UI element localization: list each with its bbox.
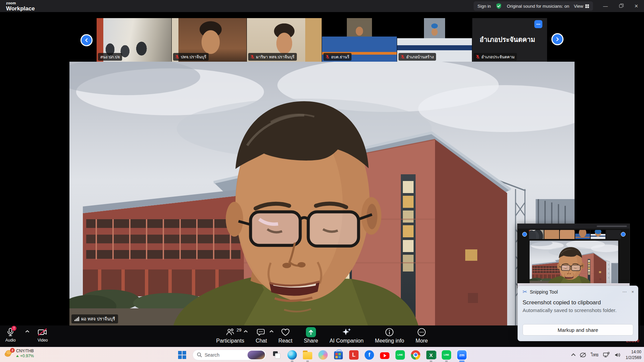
participant-tile-6[interactable]: อำเภอประจันตคาม ⋯ อำเภอประจันตคาม [472, 18, 547, 62]
file-explorer-icon[interactable] [303, 350, 313, 360]
popup-subtitle: Automatically saved to screenshots folde… [523, 307, 616, 313]
minimize-button[interactable]: — [598, 0, 613, 12]
line-app-icon-2[interactable]: LINE [441, 350, 451, 360]
popup-more-button[interactable]: ⋯ [622, 289, 627, 294]
more-button[interactable]: More [416, 327, 428, 344]
main-speaker-video[interactable]: ผอ ทสจ ปราจีนบุรี [69, 62, 575, 325]
popup-app-name: Snipping Tool [530, 289, 620, 295]
language-indicator[interactable]: ไทย [591, 351, 599, 358]
participant-tile-1[interactable]: สนง ปภ.ปจ [97, 18, 171, 62]
restore-button[interactable] [613, 0, 629, 12]
original-sound-indicator[interactable]: Original sound for musicians: on [507, 4, 569, 9]
zoom-app-icon[interactable]: zm [457, 350, 467, 360]
participant-tile-5[interactable]: อำเภอบ้านสร้าง [397, 18, 472, 62]
mini-tile [560, 230, 575, 239]
participant-tile-2[interactable]: ปทจ.ปราจีนบุรี [172, 18, 247, 62]
participant-name-tag: อำเภอบ้านสร้าง [398, 53, 436, 61]
participant-name-tag: ปทจ.ปราจีนบุรี [173, 53, 209, 61]
search-placeholder: Search [205, 352, 245, 358]
filmstrip-prev-button[interactable] [80, 34, 93, 46]
facebook-icon[interactable]: f [364, 350, 374, 360]
mini-prev-arrow-icon [522, 232, 527, 237]
mini-tile [591, 230, 605, 239]
filmstrip-next-button[interactable] [551, 33, 564, 45]
brand-zoom: zoom [6, 1, 35, 5]
mini-tile [529, 230, 544, 239]
participants-caret[interactable] [244, 330, 248, 333]
search-box[interactable]: Search [193, 350, 266, 360]
taskbar-app-icons: Search L f LINE X LINE zm [0, 347, 644, 362]
muted-mic-icon [251, 55, 254, 59]
speaker-video-scene [69, 62, 575, 325]
network-icon[interactable] [603, 352, 610, 358]
view-button[interactable]: View [574, 4, 589, 9]
participant-name-tag: มาริษา ทสจ.ปราจีนบุรี [248, 53, 297, 61]
title-bar: zoom Workplace Sign in Original sound fo… [0, 0, 644, 12]
audio-level-icon [74, 317, 79, 321]
zoom-workplace-window: zoom Workplace Sign in Original sound fo… [0, 0, 644, 362]
tray-crossed-circle-icon[interactable] [580, 352, 586, 358]
screenshot-preview-window[interactable] [517, 224, 630, 288]
mini-title-bar [518, 224, 630, 229]
taskbar-date: 1/2/2569 [626, 355, 641, 361]
participant-name: ปทจ.ปราจีนบุรี [181, 54, 206, 60]
mini-tile [606, 230, 621, 239]
l-app-icon[interactable]: L [349, 350, 359, 360]
chat-button[interactable]: Chat [256, 327, 267, 344]
react-button[interactable]: React [278, 327, 292, 344]
meeting-info-button[interactable]: Meeting info [375, 327, 404, 344]
no-video-display-name: อำเภอประจันตคาม [472, 34, 542, 45]
popup-close-button[interactable]: × [631, 289, 634, 294]
participant-name-tag: สนง ปภ.ปจ [98, 53, 122, 61]
participants-button[interactable]: 29 Participants [216, 327, 245, 344]
participant-tile-4[interactable]: อบต.ย่านรี [322, 18, 397, 62]
youtube-icon[interactable] [380, 350, 390, 360]
markup-and-share-button[interactable]: Markup and share [523, 324, 633, 336]
window-controls: — × [598, 0, 644, 12]
snipping-tool-notification: ✂ Snipping Tool ⋯ × Screenshot copied to… [518, 286, 638, 341]
brand-workplace: Workplace [6, 6, 35, 11]
system-tray: ไทย 14:00 1/2/2569 [572, 347, 641, 362]
participant-name: มาริษา ทสจ.ปราจีนบุรี [256, 54, 294, 60]
microsoft-store-icon[interactable] [333, 350, 343, 360]
windows-taskbar: 2 CNY/THB +0.97% Search L f L [0, 347, 644, 362]
tile-options-button[interactable]: ⋯ [534, 20, 542, 28]
participant-tile-3[interactable]: มาริษา ทสจ.ปราจีนบุรี [247, 18, 322, 62]
mini-next-arrow-icon [621, 232, 626, 237]
start-button[interactable] [177, 350, 187, 360]
search-icon [197, 352, 202, 357]
active-speaker-name: ผอ ทสจ ปราจีนบุรี [81, 315, 115, 322]
line-app-icon[interactable]: LINE [395, 350, 405, 360]
restore-icon [619, 4, 623, 8]
taskbar-clock[interactable]: 14:00 1/2/2569 [626, 349, 641, 361]
participant-filmstrip: สนง ปภ.ปจ ปทจ.ปราจีนบุรี ม [97, 18, 547, 62]
titlebar-status-group: Sign in Original sound for musicians: on… [474, 1, 593, 11]
chat-caret[interactable] [270, 330, 273, 333]
participant-name: อบต.ย่านรี [331, 54, 349, 60]
participant-name-tag: อบต.ย่านรี [323, 53, 352, 61]
excel-icon[interactable]: X [426, 350, 436, 360]
tray-chevron-up-icon[interactable] [572, 353, 575, 357]
share-button[interactable]: Share [304, 327, 318, 344]
ai-companion-button[interactable]: AI Companion [329, 327, 363, 344]
copilot-icon[interactable] [318, 350, 328, 360]
muted-mic-icon [401, 55, 405, 59]
mini-filmstrip [529, 230, 621, 239]
close-button[interactable]: × [629, 0, 644, 12]
shield-check-icon [495, 3, 502, 9]
task-view-button[interactable] [272, 350, 282, 360]
view-grid-icon [585, 4, 589, 8]
mini-tile [575, 230, 590, 239]
chrome-icon[interactable] [411, 350, 421, 360]
speaker-icon[interactable] [614, 352, 621, 358]
edge-icon[interactable] [287, 350, 297, 360]
taskbar-time: 14:00 [626, 349, 641, 355]
share-screen-icon [306, 327, 316, 337]
participant-name-tag: อำเภอประจันตคาม [474, 53, 517, 61]
mini-main-video [530, 241, 618, 284]
sign-in-button[interactable]: Sign in [478, 4, 491, 9]
participant-name: อำเภอประจันตคาม [481, 54, 515, 60]
mini-tile [544, 230, 559, 239]
popup-title: Screenshot copied to clipboard [523, 299, 601, 306]
widget-badge: 2 [10, 348, 15, 353]
